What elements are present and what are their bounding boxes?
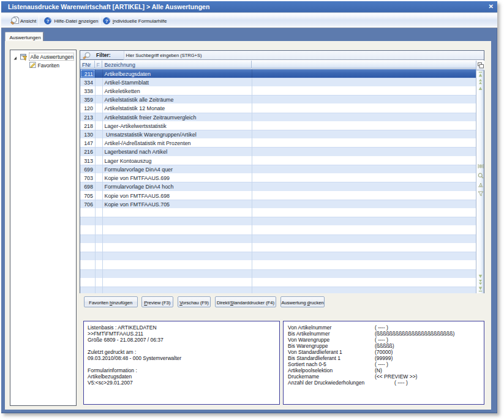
svg-text:?: ? <box>105 18 108 24</box>
svg-text:?: ? <box>47 18 50 24</box>
